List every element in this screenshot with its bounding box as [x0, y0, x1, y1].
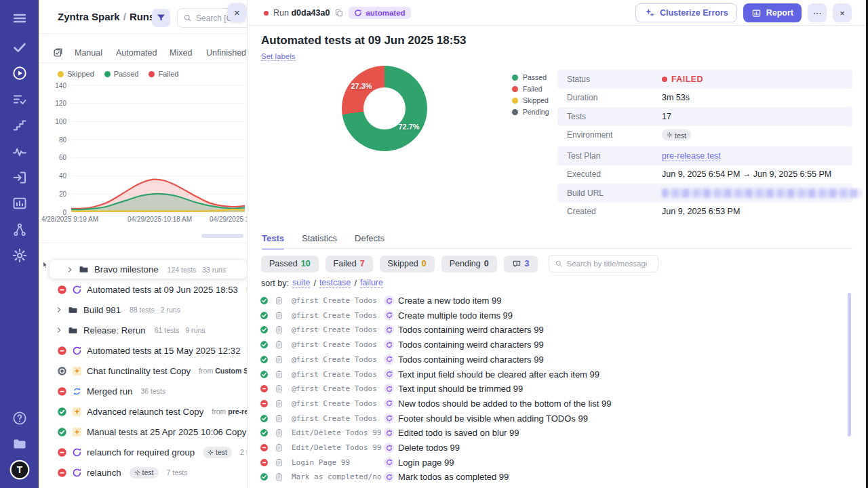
runs-tab-mixed[interactable]: Mixed: [170, 48, 192, 58]
test-plan-link[interactable]: pre-release test: [662, 150, 721, 161]
import-icon[interactable]: [12, 169, 28, 186]
test-row[interactable]: @first Create Todos 99...Text input shou…: [260, 382, 843, 396]
comments-filter-chip[interactable]: 3: [504, 256, 538, 272]
legend-dot: [58, 71, 64, 77]
filter-chip-skipped[interactable]: Skipped0: [380, 256, 435, 272]
set-labels-link[interactable]: Set labels: [261, 52, 296, 61]
test-title: Todos containing weird characters 99: [398, 325, 544, 335]
tab-statistics[interactable]: Statistics: [302, 233, 337, 243]
run-name: Build 981: [83, 305, 121, 315]
legend-item-skipped[interactable]: Skipped: [58, 70, 94, 78]
donut-label-passed: 72.7%: [394, 123, 424, 131]
divider: [39, 243, 247, 243]
divider: [261, 248, 852, 249]
list-check-icon[interactable]: [12, 92, 28, 108]
tab-tests[interactable]: Tests: [262, 233, 284, 243]
panel-close-button[interactable]: ×: [228, 3, 246, 22]
sort-row: sort by:suite/testcase/failure: [261, 278, 383, 288]
clipboard-icon: [275, 384, 283, 393]
chart-horizontal-scrollbar[interactable]: [201, 234, 243, 238]
chevron-right-icon: [66, 266, 73, 273]
test-row[interactable]: @first Create Todos 99...Create a new to…: [260, 293, 843, 308]
run-list-item[interactable]: Automated tests at 09 Jun 2025 18:53from…: [39, 279, 248, 300]
svg-text:100: 100: [55, 118, 66, 125]
run-list-item[interactable]: Manual tests at 25 Apr 2025 10:06 Copyfr…: [39, 422, 248, 442]
run-list-item[interactable]: Chat functinality test CopyfromCustom Se…: [39, 361, 248, 381]
test-row[interactable]: @first Create Todos 99...Text input fiel…: [260, 367, 843, 382]
avatar-icon[interactable]: T: [9, 460, 30, 480]
run-name: relaunch: [87, 468, 121, 478]
run-folder-row[interactable]: Bravo milestone124 tests33 runs: [50, 260, 247, 279]
tab-defects[interactable]: Defects: [355, 233, 384, 243]
run-meta: 36 tests: [140, 387, 165, 395]
environment-chip-label: test: [675, 131, 686, 139]
test-row[interactable]: @first Create Todos 99...Todos containin…: [260, 338, 843, 352]
tests-scrollbar[interactable]: [848, 293, 851, 436]
test-row[interactable]: @first Create Todos 99...Todos containin…: [260, 352, 843, 367]
projects-icon[interactable]: [12, 436, 28, 452]
test-row[interactable]: Edit/Delete Todos 99 @...Delete todos 99: [260, 441, 843, 455]
test-row[interactable]: @first Create Todos 99...Todos containin…: [260, 323, 843, 337]
blurred-build-url: [662, 188, 862, 197]
help-icon[interactable]: [12, 410, 28, 426]
more-button[interactable]: ⋯: [808, 3, 827, 22]
test-row[interactable]: @first Create Todos 99...Footer should b…: [260, 411, 843, 426]
run-list-item[interactable]: Advanced relaunch test Copyfrompre-relea…: [39, 401, 248, 422]
report-button[interactable]: Report: [743, 3, 802, 22]
donut-legend-pending[interactable]: Pending: [512, 108, 549, 116]
runs-tab-manual[interactable]: Manual: [75, 48, 102, 58]
test-row[interactable]: @first Create Todos 99...Create multiple…: [260, 308, 843, 323]
filter-chip-failed[interactable]: Failed7: [326, 256, 373, 272]
menu-icon[interactable]: [12, 10, 28, 26]
run-folder-row[interactable]: Build 98188 tests2 runs: [39, 300, 248, 320]
runs-tab-unfinished[interactable]: Unfinished: [206, 48, 246, 58]
detail-value-test-plan: pre-release test: [662, 150, 721, 161]
divider: [39, 62, 247, 63]
project-name[interactable]: Zyntra Spark: [58, 11, 120, 22]
play-icon[interactable]: [12, 65, 28, 81]
sort-by-failure[interactable]: failure: [360, 278, 383, 288]
trend-x-label: 04/29/2025 10:18 AM: [127, 216, 192, 223]
test-row[interactable]: Login Page 99Login page 99: [260, 455, 843, 470]
settings-icon[interactable]: [12, 247, 28, 264]
test-title: Text input field should be cleared after…: [398, 369, 599, 380]
legend-item-passed[interactable]: Passed: [104, 70, 139, 78]
run-list-item[interactable]: Automated tests at 15 May 2025 12:32from…: [39, 340, 248, 361]
run-list-item[interactable]: Merged run36 tests: [39, 381, 248, 401]
automated-icon: [384, 340, 394, 350]
pulse-icon[interactable]: [12, 144, 28, 160]
test-title: Login page 99: [398, 458, 454, 468]
donut-legend-failed[interactable]: Failed: [512, 85, 549, 93]
steps-icon[interactable]: [12, 117, 28, 134]
sort-separator: /: [354, 279, 356, 288]
sort-by-testcase[interactable]: testcase: [319, 278, 351, 288]
manual-run-icon: [72, 407, 82, 417]
filter-chip-pending[interactable]: Pending0: [441, 256, 497, 272]
test-row[interactable]: @first Create Todos 99...New todos shoul…: [260, 396, 843, 411]
branch-icon[interactable]: [12, 222, 28, 238]
filter-chip-passed[interactable]: Passed10: [261, 256, 319, 272]
run-folder-row[interactable]: Release: Rerun61 tests9 runs: [39, 320, 248, 340]
report-icon[interactable]: [12, 195, 28, 211]
run-list-item[interactable]: relaunchtest7 tests: [39, 462, 248, 483]
tests-search[interactable]: [549, 255, 658, 272]
check-icon[interactable]: [12, 39, 28, 56]
run-meta-item: 2 tests: [240, 448, 248, 456]
test-row[interactable]: Edit/Delete Todos 99 @...Edited todo is …: [260, 426, 843, 440]
sort-by-suite[interactable]: suite: [292, 278, 310, 288]
run-list-item[interactable]: relaunch for required grouptest2 tests: [39, 442, 248, 462]
close-run-button[interactable]: ×: [833, 3, 852, 22]
clusterize-errors-button[interactable]: Clusterize Errors: [635, 3, 737, 22]
select-runs-icon[interactable]: [52, 47, 64, 58]
automated-run-icon: [72, 285, 82, 295]
runs-tab-automated[interactable]: Automated: [116, 48, 157, 58]
tests-search-input[interactable]: [567, 260, 647, 268]
clipboard-icon: [275, 414, 283, 423]
copy-icon[interactable]: [334, 8, 344, 18]
legend-item-failed[interactable]: Failed: [149, 70, 178, 78]
test-row[interactable]: Mark as completed/not ...Mark todos as c…: [260, 470, 843, 484]
donut-legend-passed[interactable]: Passed: [512, 73, 549, 81]
donut-legend-skipped[interactable]: Skipped: [512, 96, 549, 104]
breadcrumb[interactable]: Zyntra Spark/Runs: [58, 11, 155, 22]
filter-button[interactable]: [152, 9, 170, 27]
